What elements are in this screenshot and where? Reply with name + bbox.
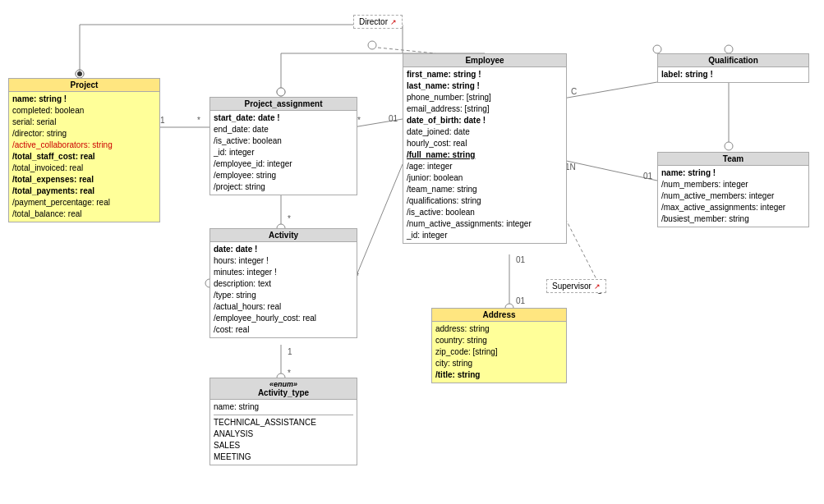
pa-field-7: /project: string	[214, 181, 353, 193]
activity-body: date: date ! hours: integer ! minutes: i…	[210, 242, 357, 337]
team-field-3: /num_active_members: integer	[661, 190, 805, 202]
team-field-2: /num_members: integer	[661, 179, 805, 190]
emp-field-9: /age: integer	[407, 161, 563, 172]
pa-field-4: _id: integer	[214, 147, 353, 158]
emp-field-11: /team_name: string	[407, 184, 563, 195]
project-header: Project	[9, 79, 159, 92]
svg-line-13	[378, 48, 435, 53]
at-enum-1: TECHNICAL_ASSISTANCE	[214, 417, 353, 428]
emp-field-8: /full_name: string	[407, 149, 563, 161]
emp-field-13: /is_active: boolean	[407, 207, 563, 218]
supervisor-interface-box: Supervisor ↗	[546, 279, 606, 293]
svg-text:01: 01	[389, 114, 398, 123]
act-field-1: date: date !	[214, 244, 353, 255]
supervisor-arrow: ↗	[594, 282, 601, 291]
act-field-7: /employee_hourly_cost: real	[214, 313, 353, 324]
pa-field-1: start_date: date !	[214, 112, 353, 124]
svg-point-1	[277, 88, 285, 96]
at-enum-2: ANALYSIS	[214, 428, 353, 440]
project-assignment-box: Project_assignment start_date: date ! en…	[209, 97, 357, 195]
svg-text:*: *	[357, 116, 361, 125]
project-field-7: /total_invoiced: real	[12, 163, 156, 174]
svg-point-0	[76, 70, 84, 78]
director-interface-box: Director ↗	[353, 15, 403, 29]
project-field-4: /director: string	[12, 128, 156, 140]
svg-line-26	[563, 82, 657, 99]
activity-box: Activity date: date ! hours: integer ! m…	[209, 228, 357, 338]
emp-field-3: phone_number: [string]	[407, 92, 563, 103]
pa-field-5: /employee_id: integer	[214, 158, 353, 170]
act-field-8: /cost: real	[214, 324, 353, 336]
team-box: Team name: string ! /num_members: intege…	[657, 152, 809, 227]
act-field-6: /actual_hours: real	[214, 301, 353, 313]
activity-type-stereotype: «enum»	[214, 380, 353, 388]
emp-field-5: date_of_birth: date !	[407, 115, 563, 126]
act-field-2: hours: integer !	[214, 255, 353, 267]
svg-text:C: C	[571, 87, 577, 96]
pa-field-6: /employee: string	[214, 170, 353, 181]
employee-header: Employee	[403, 54, 566, 67]
svg-text:*: *	[197, 116, 200, 125]
project-field-2: completed: boolean	[12, 105, 156, 117]
activity-type-box: «enum» Activity_type name: string TECHNI…	[209, 378, 357, 465]
qualification-header: Qualification	[658, 54, 808, 67]
qual-field-1: label: string !	[661, 69, 805, 80]
diagram-canvas: 1 * * 01 * 1 * * 1 C	[0, 0, 824, 504]
team-body: name: string ! /num_members: integer /nu…	[658, 166, 808, 227]
addr-field-3: zip_code: [string]	[435, 346, 563, 358]
svg-text:1: 1	[160, 116, 165, 125]
act-field-4: description: text	[214, 278, 353, 290]
director-arrow: ↗	[390, 18, 397, 26]
project-field-9: /total_payments: real	[12, 186, 156, 197]
project-field-1: name: string !	[12, 94, 156, 105]
project-field-6: /total_staff_cost: real	[12, 151, 156, 163]
svg-line-5	[353, 119, 403, 127]
project-assignment-header: Project_assignment	[210, 98, 357, 111]
qualification-body: label: string !	[658, 67, 808, 82]
svg-point-39	[277, 88, 285, 96]
emp-field-1: first_name: string !	[407, 69, 563, 80]
addr-field-5: /title: string	[435, 369, 563, 381]
qualification-box: Qualification label: string !	[657, 53, 809, 83]
employee-box: Employee first_name: string ! last_name:…	[403, 53, 567, 244]
emp-field-10: /junior: boolean	[407, 172, 563, 184]
addr-field-1: address: string	[435, 323, 563, 335]
at-enum-3: SALES	[214, 440, 353, 451]
project-field-3: serial: serial	[12, 117, 156, 128]
at-field-1: name: string	[214, 401, 353, 413]
activity-header: Activity	[210, 229, 357, 242]
svg-point-14	[368, 41, 376, 49]
svg-point-42	[725, 45, 733, 53]
director-label: Director	[359, 17, 388, 26]
svg-point-28	[653, 45, 661, 53]
team-field-4: /max_active_assignments: integer	[661, 202, 805, 213]
svg-text:01: 01	[516, 296, 526, 305]
svg-line-29	[563, 160, 657, 181]
emp-field-15: _id: integer	[407, 230, 563, 241]
project-field-8: /total_expenses: real	[12, 174, 156, 186]
emp-field-4: email_address: [string]	[407, 103, 563, 115]
emp-field-12: /qualifications: string	[407, 195, 563, 207]
project-assignment-body: start_date: date ! end_date: date /is_ac…	[210, 111, 357, 195]
svg-text:1: 1	[288, 347, 292, 356]
activity-type-name: Activity_type	[214, 388, 353, 397]
address-header: Address	[432, 309, 566, 322]
emp-field-7: hourly_cost: real	[407, 138, 563, 149]
svg-line-36	[563, 213, 600, 286]
employee-body: first_name: string ! last_name: string !…	[403, 67, 566, 243]
svg-point-43	[725, 142, 733, 150]
address-body: address: string country: string zip_code…	[432, 322, 566, 383]
addr-field-2: country: string	[435, 335, 563, 346]
emp-field-14: /num_active_assignments: integer	[407, 218, 563, 230]
svg-text:*: *	[288, 214, 291, 223]
emp-field-6: date_joined: date	[407, 126, 563, 138]
project-field-5: /active_collaborators: string	[12, 140, 156, 151]
address-box: Address address: string country: string …	[431, 308, 567, 383]
at-enum-4: MEETING	[214, 451, 353, 463]
project-field-11: /total_balance: real	[12, 208, 156, 220]
svg-point-8	[76, 70, 84, 78]
pa-field-2: end_date: date	[214, 124, 353, 135]
emp-field-2: last_name: string !	[407, 80, 563, 92]
svg-line-20	[353, 164, 403, 283]
svg-text:01: 01	[516, 255, 526, 264]
